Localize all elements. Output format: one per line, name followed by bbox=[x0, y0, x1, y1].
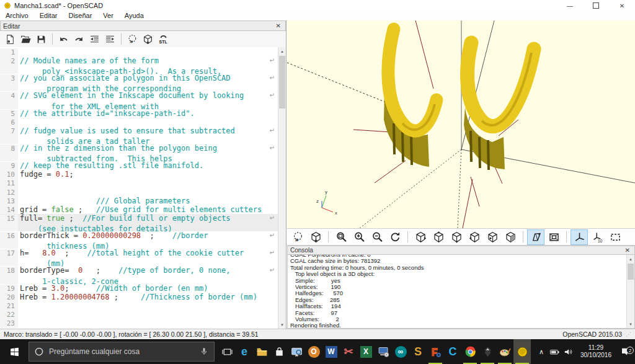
console-scrollbar-thumb[interactable] bbox=[628, 264, 634, 280]
console-scroll-up-icon[interactable]: ▲ bbox=[627, 255, 634, 263]
taskbar-clock[interactable]: 11:29 30/10/2016 bbox=[580, 344, 611, 359]
line-number: 13 bbox=[0, 197, 18, 206]
console-scrollbar[interactable]: ▲ ▼ bbox=[626, 255, 634, 328]
taskbar-snipping-tool[interactable]: ✂ bbox=[340, 339, 357, 364]
code-area[interactable]: 12// Module names are of the form↵ poly_… bbox=[0, 48, 278, 329]
open-file-button[interactable] bbox=[18, 32, 33, 46]
zoom-out-button[interactable] bbox=[368, 229, 386, 245]
zoom-all-icon bbox=[335, 231, 347, 243]
menu-ayuda[interactable]: Ayuda bbox=[119, 11, 149, 20]
line-number: 4 bbox=[0, 92, 18, 100]
taskbar-task-view[interactable] bbox=[218, 339, 236, 364]
battery-icon[interactable] bbox=[548, 347, 562, 357]
inkscape-icon bbox=[481, 345, 494, 358]
undo-icon bbox=[58, 34, 69, 45]
menu-archivo[interactable]: Archivo bbox=[0, 11, 34, 20]
preview-button[interactable]: » bbox=[289, 229, 306, 245]
code-row: (mm) bbox=[0, 257, 278, 266]
taskbar-arduino[interactable]: ∞ bbox=[392, 339, 409, 364]
resize-grip-icon[interactable]: ⋰ bbox=[626, 331, 631, 337]
taskbar-freecad[interactable] bbox=[427, 339, 444, 364]
taskbar-store[interactable] bbox=[270, 339, 288, 364]
3d-viewport[interactable]: x y z bbox=[287, 20, 635, 228]
view-right-button[interactable] bbox=[412, 229, 429, 245]
console-scroll-down-icon[interactable]: ▼ bbox=[627, 320, 634, 328]
code-row: 20Hreb = 1.20000004768 ; //Thickness of … bbox=[0, 293, 278, 301]
taskbar-monitor-app[interactable] bbox=[288, 339, 305, 364]
minimize-button[interactable]: — bbox=[557, 0, 583, 11]
taskbar-pc-disc[interactable] bbox=[375, 339, 392, 364]
microphone-icon[interactable] bbox=[198, 346, 210, 357]
taskbar-inkscape[interactable] bbox=[479, 339, 496, 364]
console-line: Volumes: 2 bbox=[290, 316, 634, 322]
line-number bbox=[0, 100, 18, 109]
unindent-button[interactable] bbox=[87, 32, 102, 46]
preview-button[interactable]: » bbox=[125, 32, 140, 46]
crosshairs-button[interactable] bbox=[606, 229, 624, 245]
action-center-button[interactable]: 2 bbox=[616, 346, 635, 357]
search-input[interactable]: Pregúntame cualquier cosa bbox=[29, 342, 215, 362]
view-front-button[interactable] bbox=[484, 229, 501, 245]
perspective-button[interactable] bbox=[527, 229, 544, 245]
export-stl-button[interactable]: STL bbox=[156, 32, 171, 46]
console-body[interactable]: CGAL Polyhedrons in cache: 0CGAL cache s… bbox=[287, 255, 635, 329]
tray-chevron-icon[interactable]: ∧ bbox=[535, 348, 548, 356]
menu-diseñar[interactable]: Diseñar bbox=[63, 11, 97, 20]
svg-text:»: » bbox=[295, 236, 298, 243]
taskbar-outlook[interactable]: O bbox=[305, 339, 322, 364]
view-top-button[interactable] bbox=[430, 229, 447, 245]
windows-logo-icon bbox=[9, 347, 20, 357]
render-button[interactable] bbox=[307, 229, 324, 245]
start-button[interactable] bbox=[0, 339, 29, 364]
taskbar-file-explorer[interactable] bbox=[253, 339, 270, 364]
taskbar-edge[interactable]: e bbox=[236, 339, 253, 364]
show-axes-button[interactable] bbox=[571, 229, 588, 245]
code-row: 1-classic, 2-cone bbox=[0, 275, 278, 283]
view-left-button[interactable] bbox=[466, 229, 483, 245]
line-number: 8 bbox=[0, 144, 18, 153]
clock-date: 30/10/2016 bbox=[580, 352, 611, 359]
redo-icon bbox=[74, 34, 84, 45]
maximize-button[interactable] bbox=[583, 0, 609, 11]
new-file-button[interactable] bbox=[2, 32, 18, 46]
console-close-icon[interactable]: ✕ bbox=[623, 247, 632, 254]
view-left-icon bbox=[469, 231, 481, 243]
indent-button[interactable] bbox=[102, 32, 118, 46]
taskbar-cura[interactable]: C bbox=[444, 339, 461, 364]
view-back-button[interactable] bbox=[502, 229, 519, 245]
close-button[interactable]: ✕ bbox=[609, 0, 635, 11]
code-editor[interactable]: 12// Module names are of the form↵ poly_… bbox=[0, 47, 286, 329]
openscad-icon bbox=[516, 345, 529, 358]
undo-button[interactable] bbox=[56, 32, 71, 46]
scroll-down-icon[interactable]: ▼ bbox=[278, 321, 286, 329]
taskbar-excel[interactable]: X bbox=[357, 339, 375, 364]
line-number: 22 bbox=[0, 311, 18, 319]
editor-scrollbar[interactable]: ▲ ▼ bbox=[278, 47, 286, 329]
line-number bbox=[0, 65, 18, 74]
zoom-in-button[interactable] bbox=[350, 229, 368, 245]
save-file-button[interactable] bbox=[33, 32, 49, 46]
reset-view-button[interactable] bbox=[386, 229, 404, 245]
preview-icon: » bbox=[292, 231, 304, 243]
scale-markers-button[interactable]: 10 bbox=[588, 229, 606, 245]
speaker-icon[interactable] bbox=[562, 347, 575, 357]
taskbar-sublime-text[interactable]: S bbox=[409, 339, 427, 364]
taskbar-chrome[interactable] bbox=[461, 339, 479, 364]
code-row: 12 bbox=[0, 188, 278, 197]
scrollbar-thumb[interactable] bbox=[279, 56, 285, 109]
menu-editar[interactable]: Editar bbox=[34, 11, 63, 20]
taskbar-word[interactable]: W bbox=[322, 339, 340, 364]
editor-dock-close-icon[interactable]: ✕ bbox=[274, 22, 283, 29]
taskbar-paint-app[interactable] bbox=[496, 339, 513, 364]
monitor-app-icon bbox=[290, 345, 303, 358]
orthogonal-button[interactable] bbox=[545, 229, 562, 245]
taskbar-openscad[interactable] bbox=[513, 339, 531, 364]
redo-button[interactable] bbox=[71, 32, 87, 46]
render-button[interactable] bbox=[140, 32, 156, 46]
zoom-all-button[interactable] bbox=[332, 229, 350, 245]
scroll-up-icon[interactable]: ▲ bbox=[278, 47, 286, 55]
view-bottom-button[interactable] bbox=[448, 229, 465, 245]
console-line: Edges: 285 bbox=[290, 297, 634, 303]
menu-ver[interactable]: Ver bbox=[97, 11, 119, 20]
code-row: program with the corresponding bbox=[0, 82, 278, 91]
